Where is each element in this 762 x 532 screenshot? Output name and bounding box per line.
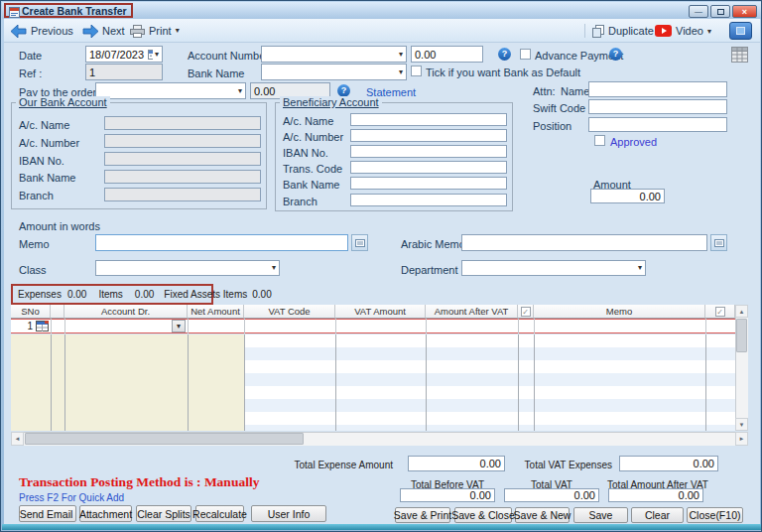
total-vat-field[interactable]: 0.00: [504, 488, 599, 502]
our-iban-input[interactable]: [104, 152, 261, 166]
clear-splits-button[interactable]: Clear Splits: [136, 505, 191, 522]
our-ac-number-input[interactable]: [104, 134, 261, 148]
memo-input[interactable]: [95, 234, 348, 251]
vscroll-down-button[interactable]: ▼: [735, 418, 748, 431]
ben-iban-input[interactable]: [350, 145, 507, 158]
grid-header-amount-after-vat[interactable]: Amount After VAT: [426, 305, 518, 319]
pay-to-dropdown[interactable]: ▾: [95, 82, 246, 99]
our-ac-name-label: A/c. Name: [19, 119, 69, 131]
hscroll-thumb[interactable]: [25, 433, 304, 445]
row1-account-dr-dropdown[interactable]: ▾: [172, 320, 186, 332]
vscroll-up-button[interactable]: ▲: [735, 305, 748, 318]
save-new-button[interactable]: Save & New: [515, 507, 570, 523]
attn-name-label: Name: [561, 85, 589, 97]
grid-body-right[interactable]: [244, 334, 735, 431]
save-print-button[interactable]: Save & Print: [395, 507, 450, 523]
save-button[interactable]: Save: [573, 507, 628, 523]
grid-header-select-all-2[interactable]: ✓: [705, 305, 735, 319]
header-checkbox-icon-2[interactable]: ✓: [715, 307, 725, 317]
account-number-cr-dropdown[interactable]: ▾: [261, 46, 407, 63]
date-input[interactable]: 18/07/2023 ▾: [85, 46, 163, 63]
grid-header-memo[interactable]: Memo: [534, 305, 705, 319]
grid-header-net-amount[interactable]: Net Amount: [188, 305, 244, 319]
account-amount-field[interactable]: 0.00: [411, 46, 483, 63]
advance-payment-checkbox[interactable]: [520, 49, 531, 60]
account-amount-value: 0.00: [415, 49, 436, 61]
previous-button[interactable]: Previous: [9, 21, 75, 41]
total-before-vat-field[interactable]: 0.00: [400, 488, 495, 502]
clear-button[interactable]: Clear: [631, 507, 684, 523]
swift-code-input[interactable]: [588, 99, 727, 114]
ref-input[interactable]: 1: [85, 64, 163, 80]
print-button[interactable]: Print ▾: [128, 21, 182, 41]
send-email-button[interactable]: Send Email: [19, 505, 76, 522]
header-checkbox-icon-1[interactable]: ✓: [521, 307, 531, 317]
bank-name-dropdown[interactable]: ▾: [261, 64, 407, 80]
hscroll-left-button[interactable]: ◄: [11, 432, 24, 446]
ben-branch-input[interactable]: [350, 194, 507, 206]
arrow-right-icon: [82, 25, 98, 38]
department-label: Department: [401, 264, 457, 276]
minimize-button[interactable]: —: [689, 5, 708, 18]
department-caret-icon: ▾: [638, 264, 642, 272]
ben-trans-code-input[interactable]: [350, 161, 507, 174]
video-dropdown-caret-icon[interactable]: ▾: [707, 28, 711, 36]
department-dropdown[interactable]: ▾: [461, 260, 646, 276]
calendar-icon: [148, 50, 153, 60]
grid-body-left[interactable]: [11, 334, 244, 431]
arabic-memo-input[interactable]: [461, 234, 707, 251]
arrow-left-icon: [11, 25, 27, 38]
grid-header-account-dr[interactable]: Account Dr.: [64, 305, 188, 319]
row1-record-icon[interactable]: [36, 321, 49, 332]
title-highlight-box: Create Bank Transfer: [4, 3, 133, 18]
print-label: Print: [149, 25, 172, 37]
grid-header-select-all-1[interactable]: ✓: [518, 305, 534, 319]
close-f10-button[interactable]: Close(F10): [687, 507, 743, 523]
account-amount-info-icon[interactable]: ?: [498, 48, 511, 61]
our-branch-input[interactable]: [104, 188, 261, 201]
ben-ac-name-input[interactable]: [350, 113, 507, 126]
video-button[interactable]: Video: [653, 21, 705, 41]
panel-toggle-button[interactable]: [729, 22, 752, 40]
duplicate-button[interactable]: Duplicate: [590, 21, 656, 41]
user-info-button[interactable]: User Info: [251, 505, 326, 522]
maximize-button[interactable]: [710, 5, 730, 18]
our-iban-label: IBAN No.: [19, 155, 64, 167]
vscroll-thumb[interactable]: [736, 319, 747, 352]
attn-name-input[interactable]: [588, 81, 727, 97]
grid-row-1[interactable]: [11, 319, 735, 333]
attachment-button[interactable]: Attachment: [79, 505, 132, 522]
our-bank-name-input[interactable]: [104, 170, 261, 184]
print-dropdown-caret-icon[interactable]: ▾: [176, 27, 180, 35]
total-expense-amount-field[interactable]: 0.00: [408, 456, 505, 471]
grid-header-vat-amount[interactable]: VAT Amount: [335, 305, 426, 319]
ben-bank-name-input[interactable]: [350, 177, 507, 190]
arabic-memo-keyboard-icon: [714, 239, 724, 247]
total-vat-expenses-label: Total VAT Expenses: [505, 460, 612, 470]
date-caret-icon[interactable]: ▾: [155, 51, 159, 59]
class-dropdown[interactable]: ▾: [95, 260, 280, 276]
calculator-grid-icon[interactable]: [731, 47, 748, 63]
close-button[interactable]: ×: [732, 5, 757, 18]
recalculate-button[interactable]: Recalculate: [195, 505, 244, 522]
bank-default-checkbox[interactable]: [411, 66, 422, 76]
hscroll-right-button[interactable]: ►: [735, 432, 748, 446]
ben-ac-number-label: A/c. Number: [283, 131, 343, 143]
total-amount-after-vat-field[interactable]: 0.00: [608, 488, 703, 502]
approved-checkbox[interactable]: [594, 135, 605, 146]
expenses-label: Expenses: [18, 289, 62, 300]
ben-iban-label: IBAN No.: [283, 147, 328, 159]
arabic-memo-template-button[interactable]: [710, 234, 727, 251]
grid-header-vat-code[interactable]: VAT Code: [244, 305, 335, 319]
memo-template-button[interactable]: [351, 234, 368, 251]
ben-ac-number-input[interactable]: [350, 129, 507, 142]
row1-sno: 1: [11, 321, 33, 332]
total-vat-expenses-field[interactable]: 0.00: [619, 456, 718, 471]
position-input[interactable]: [588, 117, 727, 132]
advance-payment-info-icon[interactable]: ?: [609, 48, 622, 61]
grid-header-sno[interactable]: SNo: [11, 305, 51, 319]
amount-field[interactable]: 0.00: [590, 189, 665, 203]
next-button[interactable]: Next: [80, 21, 127, 41]
our-ac-name-input[interactable]: [104, 116, 261, 130]
save-close-button[interactable]: Save & Close: [454, 507, 512, 523]
